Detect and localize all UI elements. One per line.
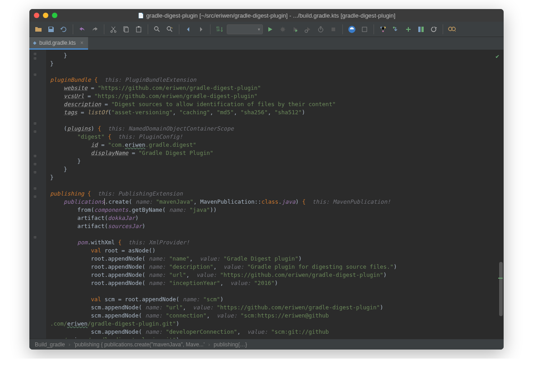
forward-icon[interactable]: [196, 24, 206, 35]
minimize-window-button[interactable]: [43, 13, 48, 18]
refresh-icon[interactable]: [58, 24, 69, 35]
close-tab-icon[interactable]: ×: [80, 40, 84, 46]
svg-rect-5: [136, 27, 141, 32]
svg-rect-6: [138, 26, 140, 28]
open-icon[interactable]: [33, 24, 44, 35]
file-icon: 📄: [138, 13, 144, 19]
breadcrumb-sep: ›: [69, 341, 70, 348]
save-icon[interactable]: [46, 24, 56, 35]
profiler-icon[interactable]: [303, 24, 313, 35]
gutter[interactable]: ⊟ ⊟ ⊟ ⊟ ⊟ ⊟ ⊟ ⊟ ⊟ ⊟ ⊟: [29, 50, 47, 339]
browser-icon[interactable]: [346, 24, 357, 35]
traffic-lights: [34, 13, 57, 18]
breadcrumb-sep: ›: [208, 341, 210, 348]
svg-point-8: [167, 27, 171, 30]
search-icon[interactable]: [164, 24, 175, 35]
pull-icon[interactable]: [390, 24, 401, 35]
play-icon[interactable]: [265, 24, 276, 35]
tab-build-gradle-kts[interactable]: ◆ build.gradle.kts ×: [29, 37, 88, 50]
run-config-select[interactable]: ▾: [227, 24, 263, 34]
stopwatch-icon[interactable]: [315, 24, 326, 35]
diff-icon[interactable]: [416, 24, 426, 35]
breadcrumb-item[interactable]: Build_gradle: [35, 341, 65, 348]
coverage-icon[interactable]: [290, 24, 301, 35]
graph-icon[interactable]: [378, 24, 388, 35]
zoom-window-button[interactable]: [52, 13, 57, 18]
tab-label: build.gradle.kts: [39, 40, 76, 46]
svg-rect-22: [421, 27, 424, 32]
svg-text:10: 10: [216, 28, 220, 32]
kotlin-file-icon: ◆: [33, 40, 37, 45]
titlebar: 📄 gradle-digest-plugin [~/src/eriwen/gra…: [29, 9, 504, 22]
breadcrumb-item[interactable]: publishing{…}: [214, 341, 247, 348]
svg-rect-4: [125, 28, 128, 32]
jira-icon[interactable]: [359, 24, 370, 35]
editor-tabs: ◆ build.gradle.kts ×: [29, 37, 504, 50]
bits-icon[interactable]: 0110: [214, 24, 225, 35]
undo-icon[interactable]: [77, 24, 88, 35]
svg-rect-16: [362, 27, 367, 32]
code-editor[interactable]: } } pluginBundle { this: PluginBundleExt…: [47, 50, 504, 339]
editor-area: ⊟ ⊟ ⊟ ⊟ ⊟ ⊟ ⊟ ⊟ ⊟ ⊟ ⊟ } } pluginBundle {…: [29, 50, 504, 339]
zoom-icon[interactable]: [152, 24, 163, 35]
paste-icon[interactable]: [133, 24, 144, 35]
inspect-icon[interactable]: [447, 24, 458, 35]
svg-point-7: [154, 27, 158, 30]
svg-rect-0: [49, 27, 52, 29]
main-toolbar: 0110 ▾: [29, 22, 504, 37]
svg-rect-14: [332, 28, 335, 31]
ide-window: 📄 gradle-digest-plugin [~/src/eriwen/gra…: [29, 9, 504, 350]
copy-icon[interactable]: [121, 24, 131, 35]
window-title: 📄 gradle-digest-plugin [~/src/eriwen/gra…: [29, 12, 504, 19]
add-icon[interactable]: [403, 24, 414, 35]
svg-point-11: [281, 28, 285, 31]
marker-strip[interactable]: [497, 50, 504, 339]
cut-icon[interactable]: [108, 24, 119, 35]
svg-point-20: [393, 27, 395, 28]
breadcrumb-item[interactable]: 'publishing { publications.create("maven…: [74, 341, 205, 348]
back-icon[interactable]: [183, 24, 194, 35]
breadcrumb-bar: Build_gradle › 'publishing { publication…: [29, 339, 504, 350]
stop-icon[interactable]: [328, 24, 339, 35]
svg-rect-21: [418, 27, 421, 32]
close-window-button[interactable]: [34, 13, 39, 18]
revert-icon[interactable]: [428, 24, 439, 35]
redo-icon[interactable]: [89, 24, 100, 35]
window-title-text: gradle-digest-plugin [~/src/eriwen/gradl…: [146, 12, 396, 19]
debug-icon[interactable]: [277, 24, 288, 35]
